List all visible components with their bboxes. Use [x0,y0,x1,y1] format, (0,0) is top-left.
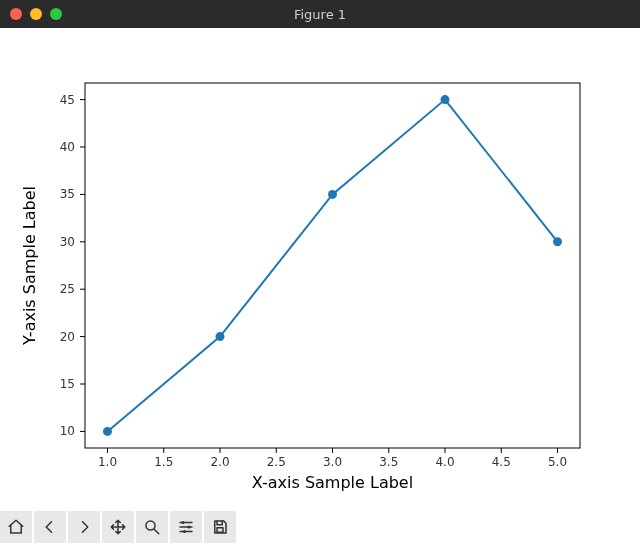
close-icon[interactable] [10,8,22,20]
plot-canvas: 1.01.52.02.53.03.54.04.55.01015202530354… [0,28,640,510]
minimize-icon[interactable] [30,8,42,20]
svg-point-18 [146,521,155,530]
svg-point-19 [182,521,185,524]
arrow-left-icon [41,518,59,536]
y-tick-label: 40 [60,140,75,154]
home-button[interactable] [0,511,32,543]
y-tick-label: 10 [60,424,75,438]
data-point [216,332,225,341]
back-button[interactable] [34,511,66,543]
save-button[interactable] [204,511,236,543]
titlebar: Figure 1 [0,0,640,28]
matplotlib-toolbar [0,510,640,544]
svg-rect-0 [85,83,580,448]
x-tick-label: 3.0 [323,455,342,469]
x-tick-label: 5.0 [548,455,567,469]
y-tick-label: 35 [60,187,75,201]
forward-button[interactable] [68,511,100,543]
maximize-icon[interactable] [50,8,62,20]
y-tick-label: 30 [60,235,75,249]
data-point [553,237,562,246]
sliders-icon [177,518,195,536]
x-tick-label: 2.0 [210,455,229,469]
configure-button[interactable] [170,511,202,543]
y-tick-label: 45 [60,93,75,107]
svg-point-21 [183,530,186,533]
zoom-button[interactable] [136,511,168,543]
y-tick-label: 15 [60,377,75,391]
figure-window: Figure 1 1.01.52.02.53.03.54.04.55.01015… [0,0,640,544]
x-tick-label: 3.5 [379,455,398,469]
svg-rect-22 [217,528,223,533]
move-icon [109,518,127,536]
arrow-right-icon [75,518,93,536]
x-tick-label: 1.5 [154,455,173,469]
y-tick-label: 25 [60,282,75,296]
window-controls [10,8,62,20]
x-tick-label: 2.5 [267,455,286,469]
svg-point-20 [188,526,191,529]
line-chart: 1.01.52.02.53.03.54.04.55.01015202530354… [0,28,640,510]
home-icon [7,518,25,536]
x-tick-label: 1.0 [98,455,117,469]
data-point [328,190,337,199]
data-point [441,95,450,104]
zoom-icon [143,518,161,536]
x-tick-label: 4.5 [492,455,511,469]
y-axis-label: Y-axis Sample Label [20,186,39,346]
x-tick-label: 4.0 [435,455,454,469]
data-point [103,427,112,436]
data-line [108,100,558,432]
pan-button[interactable] [102,511,134,543]
y-tick-label: 20 [60,330,75,344]
x-axis-label: X-axis Sample Label [252,473,413,492]
save-icon [211,518,229,536]
window-title: Figure 1 [0,7,640,22]
